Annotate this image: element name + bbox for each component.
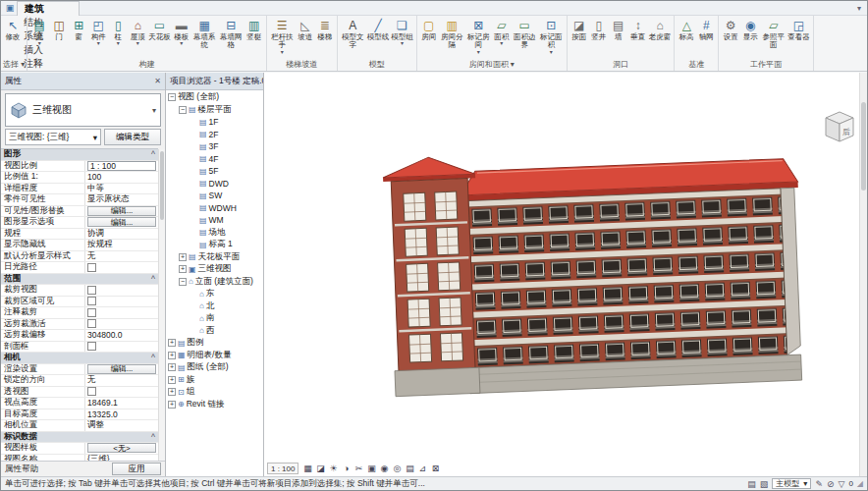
browser-item-families[interactable]: +⊞族 <box>166 374 263 387</box>
browser-item-wdwh[interactable]: ▤WDWH <box>166 202 263 215</box>
prop-check-perspective[interactable] <box>87 387 96 396</box>
tool-ramp[interactable]: ◺坡道 <box>296 17 315 41</box>
collapse-icon[interactable]: − <box>179 106 187 114</box>
browser-item-revit-links[interactable]: +⊕Revit 链接 <box>166 399 263 411</box>
section-collapse-icon[interactable]: ^ <box>148 149 158 160</box>
expand-icon[interactable]: + <box>168 352 176 359</box>
prop-value-far-clip-offset[interactable]: 304800.0 <box>87 330 122 340</box>
tool-column[interactable]: ▯柱▾ <box>108 17 128 46</box>
prop-value-show-hidden-lines[interactable]: 按规程 <box>87 240 113 250</box>
tool-vertical-opening[interactable]: ↕垂直 <box>628 17 648 41</box>
browser-item-site[interactable]: ▤场地 <box>166 227 263 240</box>
prop-value-locked-orientation[interactable]: 无 <box>87 375 96 386</box>
apply-button[interactable]: 应用 <box>112 463 161 475</box>
browser-item-views-all[interactable]: −视图 (全部) <box>166 91 263 104</box>
view-cube[interactable]: 后 <box>820 108 859 147</box>
tool-window[interactable]: ⊞窗 <box>69 17 88 41</box>
tool-shaft[interactable]: ▯竖井 <box>589 17 609 41</box>
browser-item-5f[interactable]: ▤5F <box>166 165 263 178</box>
expand-icon[interactable]: + <box>168 339 176 347</box>
tool-show-workplane[interactable]: ◉显示 <box>740 17 760 41</box>
tool-ceiling[interactable]: ▭天花板 <box>147 17 172 41</box>
browser-item-dwd[interactable]: ▤DWD <box>166 178 263 191</box>
tool-viewer[interactable]: ◲查看器 <box>787 17 811 41</box>
tool-model-group[interactable]: ❏模型组▾ <box>390 17 414 46</box>
prop-section-graphics[interactable]: 图形^ <box>1 149 158 161</box>
prop-button-view-template[interactable]: <无> <box>87 443 156 453</box>
tool-mullion[interactable]: ▥竖梃 <box>244 17 264 41</box>
tool-tag-room[interactable]: ⊠标记房间▾ <box>465 17 492 55</box>
tool-model-line[interactable]: ╱模型线 <box>366 17 391 41</box>
edit-type-button[interactable]: 编辑类型 <box>104 129 161 145</box>
prop-value-camera-position[interactable]: 调整 <box>87 420 104 431</box>
properties-help-link[interactable]: 属性帮助 <box>5 464 38 475</box>
tool-dormer[interactable]: ⌂老虎窗 <box>648 17 673 41</box>
tool-railing[interactable]: ☰栏杆扶手▾ <box>269 17 296 55</box>
prop-value-detail-level[interactable]: 中等 <box>87 184 104 194</box>
detail-level-icon[interactable]: ▦ <box>301 464 313 473</box>
expand-icon[interactable]: + <box>168 401 176 409</box>
analytical-model-icon[interactable]: ⊿ <box>416 464 428 473</box>
browser-item-legends[interactable]: +▤图例 <box>166 337 263 350</box>
tool-component[interactable]: ◰构件▾ <box>88 17 108 46</box>
browser-item-west[interactable]: ⌂西 <box>166 325 263 338</box>
worksets-icon[interactable]: ▤ <box>747 479 756 489</box>
tool-set-workplane[interactable]: ⚙设置 <box>721 17 740 41</box>
reveal-hidden-icon[interactable]: ◎ <box>391 464 403 473</box>
prop-check-crop-view[interactable] <box>87 286 96 295</box>
tool-model-text[interactable]: A模型文字 <box>340 17 366 50</box>
tool-roof[interactable]: ⌂屋顶▾ <box>128 17 147 46</box>
design-options-icon[interactable]: ▧ <box>760 479 769 489</box>
constraints-icon[interactable]: ⊠ <box>429 464 441 473</box>
prop-check-sun-path[interactable] <box>87 263 96 272</box>
select-links-toggle-icon[interactable]: ⊘ <box>827 479 835 489</box>
prop-section-identity-data[interactable]: 标识数据^ <box>1 432 158 444</box>
temporary-view-properties-icon[interactable]: ▤ <box>404 464 415 473</box>
prop-check-far-clip-active[interactable] <box>87 319 96 328</box>
browser-item-floor-plans[interactable]: −▤楼层平面 <box>166 104 263 117</box>
instance-combo[interactable]: 三维视图: {三维} ▾ <box>5 129 101 145</box>
browser-item-schedules[interactable]: +▦明细表/数量 <box>166 350 263 362</box>
prop-section-camera[interactable]: 相机^ <box>1 353 158 364</box>
crop-region-icon[interactable]: ▣ <box>365 464 377 473</box>
prop-value-discipline[interactable]: 协调 <box>87 229 104 240</box>
ribbon-group-label-select[interactable]: 选择 ▾ <box>3 59 25 71</box>
prop-button-vg-overrides[interactable]: 编辑... <box>87 206 156 216</box>
browser-item-ceiling-plans[interactable]: +▤天花板平面 <box>166 251 263 264</box>
app-menu-icon[interactable]: ▣ <box>3 1 17 15</box>
browser-item-2f[interactable]: ▤2F <box>166 129 263 141</box>
scrollbar-thumb[interactable] <box>861 102 866 191</box>
browser-item-sheets[interactable]: +▤图纸 (全部) <box>166 361 263 374</box>
tool-level[interactable]: △标高 <box>677 17 696 41</box>
tool-wall-opening[interactable]: ▤墙 <box>609 17 628 41</box>
tool-curtain-system[interactable]: ▦幕墙系统 <box>191 17 218 50</box>
prop-value-scale-value[interactable]: 100 <box>87 172 101 182</box>
prop-section-extents[interactable]: 范围^ <box>1 274 158 286</box>
filter-icon[interactable]: ▽ <box>838 479 844 489</box>
browser-item-wm[interactable]: ▤WM <box>166 214 263 227</box>
browser-item-4f[interactable]: ▤4F <box>166 153 263 166</box>
prop-button-rendering-settings[interactable]: 编辑... <box>87 364 156 374</box>
editable-only-icon[interactable]: ✎ <box>815 479 823 489</box>
tool-tag-area[interactable]: ⊡标记面积▾ <box>538 17 565 55</box>
visual-style-icon[interactable]: ◪ <box>314 464 326 473</box>
expand-icon[interactable]: + <box>168 388 176 396</box>
tool-ref-plane[interactable]: ▱参照平面 <box>760 17 787 50</box>
browser-item-groups[interactable]: +⊡组 <box>166 386 263 399</box>
prop-value-parts-visibility[interactable]: 显示原状态 <box>87 194 130 205</box>
tool-door[interactable]: ◫门 <box>49 17 69 41</box>
browser-item-1f[interactable]: ▤1F <box>166 116 263 129</box>
scale-control[interactable]: 1 : 100 <box>267 463 298 474</box>
collapse-icon[interactable]: − <box>168 93 176 101</box>
ribbon-group-label-room-area[interactable]: 房间和面积 ▾ <box>419 59 565 71</box>
tool-by-face[interactable]: ◪按面 <box>570 17 589 41</box>
type-selector[interactable]: 三维视图 ▾ <box>5 93 161 127</box>
browser-item-level-1[interactable]: ▤标高 1 <box>166 239 263 251</box>
section-collapse-icon[interactable]: ^ <box>148 353 158 363</box>
scrollbar-thumb[interactable] <box>160 151 164 220</box>
browser-item-east[interactable]: ⌂东 <box>166 288 263 300</box>
prop-check-crop-region-visible[interactable] <box>87 297 96 305</box>
tool-area[interactable]: ▱面积▾ <box>492 17 512 46</box>
prop-value-eye-elevation[interactable]: 18469.1 <box>87 398 118 408</box>
browser-item-3d-views[interactable]: +▣三维视图 <box>166 263 263 276</box>
